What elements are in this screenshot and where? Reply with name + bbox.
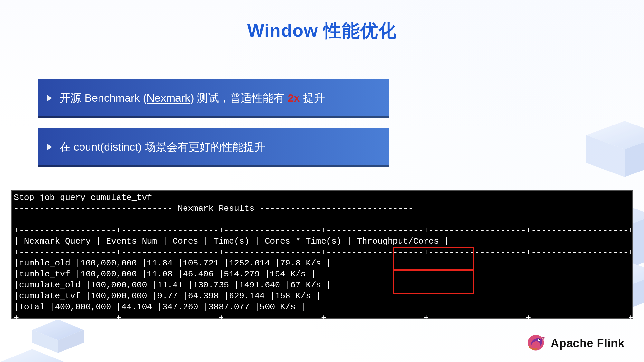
highlight-rect-1 [393, 247, 474, 270]
terminal-rows: |tumble_old |100,000,000 |11.84 |105.721… [14, 258, 630, 312]
table-row: |cumulate_tvf |100,000,000 |9.77 |64.398… [14, 291, 630, 302]
svg-point-17 [539, 339, 540, 341]
bullet-list: 开源 Benchmark (Nexmark) 测试，普适性能有 2x 提升 在 … [38, 79, 389, 177]
terminal-blank [14, 214, 630, 225]
bullet-1-mid: ) 测试，普适性能有 [190, 92, 288, 104]
flink-logo-icon [527, 334, 545, 353]
terminal-line-hr: ------------------------------- Nexmark … [14, 203, 630, 214]
svg-marker-5 [58, 330, 84, 353]
footer-brand: Apache Flink [527, 334, 625, 353]
bullet-2: 在 count(distinct) 场景会有更好的性能提升 [38, 128, 389, 167]
table-row: |tumble_old |100,000,000 |11.84 |105.721… [14, 258, 630, 269]
table-row: |cumulate_old |100,000,000 |11.41 |130.7… [14, 280, 630, 291]
bullet-1-post: 提升 [300, 92, 325, 104]
footer-brand-text: Apache Flink [551, 337, 625, 350]
terminal-sep-bot: +-------------------+-------------------… [14, 312, 630, 323]
table-row: |tumble_tvf |100,000,000 |11.08 |46.406 … [14, 269, 630, 280]
svg-marker-0 [0, 349, 64, 362]
terminal-output: Stop job query cumulate_tvf ------------… [12, 191, 632, 325]
slide-title: Window 性能优化 [0, 19, 644, 43]
terminal-sep-mid: +-------------------+-------------------… [14, 247, 630, 258]
svg-marker-7 [586, 135, 625, 177]
terminal-header-row: | Nexmark Query | Events Num | Cores | T… [14, 236, 630, 247]
terminal-line-stop: Stop job query cumulate_tvf [14, 192, 630, 203]
chevron-right-icon [47, 95, 52, 102]
highlight-rect-2 [393, 270, 474, 294]
svg-marker-8 [625, 135, 644, 177]
svg-marker-6 [586, 121, 644, 149]
terminal-panel: Stop job query cumulate_tvf ------------… [11, 190, 633, 319]
svg-marker-4 [32, 330, 58, 353]
bullet-2-text: 在 count(distinct) 场景会有更好的性能提升 [60, 140, 265, 154]
terminal-sep-top: +-------------------+-------------------… [14, 225, 630, 236]
bullet-1: 开源 Benchmark (Nexmark) 测试，普适性能有 2x 提升 [38, 79, 389, 118]
bullet-1-pre: 开源 Benchmark ( [60, 92, 147, 104]
bullet-1-highlight: 2x [288, 92, 300, 104]
bullet-1-text: 开源 Benchmark (Nexmark) 测试，普适性能有 2x 提升 [60, 91, 325, 106]
bullet-1-link: Nexmark [147, 92, 190, 104]
table-row: |Total |400,000,000 |44.104 |347.260 |38… [14, 302, 630, 312]
chevron-right-icon [47, 144, 52, 151]
